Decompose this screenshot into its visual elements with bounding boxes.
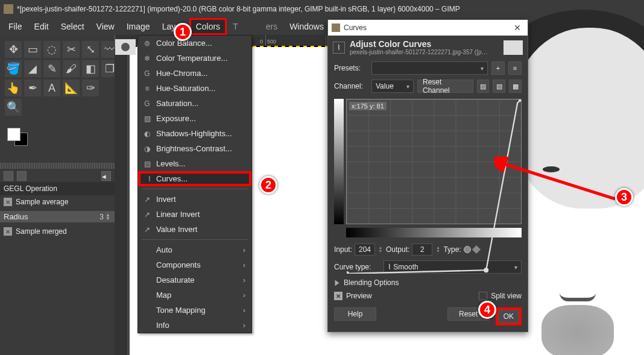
curves-graph-area: x:175 y: 81 <box>334 99 522 237</box>
toolbox-grid: ✥ ▭ ◌ ✂ ⤡ 〰 🪣 ◢ ✎ 🖌 ◧ ❐ 👆 ✒ A 📐 ✑ 🔍 <box>0 35 115 122</box>
preview-checkbox[interactable]: ✕ <box>334 292 343 300</box>
brightness-contrast-icon: ◑ <box>143 145 151 153</box>
help-button[interactable]: Help <box>334 307 376 321</box>
path-tool-icon[interactable]: ✒ <box>24 80 41 96</box>
gradient-tool-icon[interactable]: ◢ <box>24 60 41 77</box>
paintbrush-tool-icon[interactable]: 🖌 <box>63 60 80 77</box>
saturation-icon: G <box>143 99 151 108</box>
menu-colors[interactable]: Colors <box>189 18 227 35</box>
panel-menu-icon[interactable]: ◂ <box>101 171 111 181</box>
sample-merged-option[interactable]: ✕ Sample merged <box>0 225 115 238</box>
submenu-arrow-icon: › <box>243 260 245 269</box>
annotation-badge-1: 1 <box>174 23 192 41</box>
menu-tools-partial[interactable]: T <box>227 18 244 35</box>
menu-info[interactable]: Info› <box>138 318 251 333</box>
menu-shadows-highlights[interactable]: ◐Shadows-Highlights... <box>138 126 251 141</box>
crop-tool-icon[interactable]: ✂ <box>63 41 80 58</box>
spinner-arrows-icon[interactable]: ▲▼ <box>105 213 111 221</box>
hue-saturation-icon: ≡ <box>143 84 151 93</box>
move-tool-icon[interactable]: ✥ <box>5 41 22 58</box>
menu-desaturate[interactable]: Desaturate› <box>138 272 251 287</box>
preset-manage-icon[interactable]: ≡ <box>508 61 522 75</box>
menu-file[interactable]: File <box>2 18 28 35</box>
shadows-highlights-icon: ◐ <box>143 130 151 138</box>
curves-header-icon: ⌇ <box>333 42 345 54</box>
checkbox-x-icon: ✕ <box>4 198 12 206</box>
zoom-tool-icon[interactable]: 🔍 <box>5 99 22 116</box>
submenu-arrow-icon: › <box>243 291 245 300</box>
presets-combo[interactable]: ▾ <box>371 61 488 75</box>
radius-value: 3 <box>99 213 104 221</box>
hue-chroma-icon: G <box>143 69 151 78</box>
blending-options-row[interactable]: Blending Options <box>328 276 528 289</box>
menu-auto[interactable]: Auto› <box>138 242 251 257</box>
sample-average-option[interactable]: ✕ Sample average <box>0 195 115 209</box>
channel-combo[interactable]: Value▾ <box>371 80 414 93</box>
ok-button[interactable]: OK <box>498 310 519 323</box>
checkbox-x-icon: ✕ <box>4 227 12 236</box>
transform-tool-icon[interactable]: ⤡ <box>82 41 99 58</box>
dialog-title: Curves <box>344 24 511 32</box>
toolbox-panel: ✥ ▭ ◌ ✂ ⤡ 〰 🪣 ◢ ✎ 🖌 ◧ ❐ 👆 ✒ A 📐 ✑ 🔍 ◂ GE… <box>0 35 115 355</box>
preset-add-icon[interactable]: + <box>491 61 505 75</box>
submenu-arrow-icon: › <box>243 275 245 284</box>
expander-arrow-icon <box>335 280 339 286</box>
menu-edit[interactable]: Edit <box>28 18 55 35</box>
fg-bg-colors[interactable] <box>0 122 115 156</box>
menu-color-balance[interactable]: ⊚Color Balance... <box>138 36 251 51</box>
colors-dropdown: ⊚Color Balance... ❄Color Temperature... … <box>137 35 252 333</box>
preview-label: Preview <box>346 292 372 300</box>
menu-exposure[interactable]: ▧Exposure... <box>138 111 251 126</box>
menu-hue-chroma[interactable]: GHue-Chroma... <box>138 66 251 81</box>
tool-options-tab-icon[interactable] <box>4 171 13 181</box>
radius-label: Radius <box>4 212 28 221</box>
menu-image[interactable]: Image <box>121 18 156 35</box>
pencil-tool-icon[interactable]: ✎ <box>43 60 60 77</box>
menu-filters-partial[interactable]: ers <box>260 18 283 35</box>
svg-line-3 <box>500 163 615 199</box>
menu-brightness-contrast[interactable]: ◑Brightness-Contrast... <box>138 141 251 156</box>
menu-hue-saturation[interactable]: ≡Hue-Saturation... <box>138 81 251 96</box>
dialog-titlebar[interactable]: Curves ✕ <box>328 20 528 36</box>
levels-icon: ▤ <box>143 160 151 168</box>
color-temperature-icon: ❄ <box>143 54 151 63</box>
menu-color-temperature[interactable]: ❄Color Temperature... <box>138 51 251 66</box>
histogram-log-icon[interactable]: ▧ <box>493 80 505 93</box>
menu-tone-mapping[interactable]: Tone Mapping› <box>138 303 251 318</box>
text-tool-icon[interactable]: A <box>43 80 60 96</box>
menu-curves[interactable]: ⌇Curves... <box>138 171 251 186</box>
chevron-down-icon: ▾ <box>406 83 409 90</box>
measure-tool-icon[interactable]: 📐 <box>63 80 80 96</box>
menu-linear-invert[interactable]: ↗Linear Invert <box>138 207 251 222</box>
device-status-tab-icon[interactable] <box>17 171 27 181</box>
rect-select-tool-icon[interactable]: ▭ <box>24 41 41 58</box>
menu-view[interactable]: View <box>90 18 121 35</box>
free-select-tool-icon[interactable]: ◌ <box>43 41 60 58</box>
fg-color-swatch[interactable] <box>7 128 21 141</box>
blending-options-label: Blending Options <box>344 278 399 287</box>
radius-row[interactable]: Radius 3 ▲▼ <box>0 211 115 222</box>
eraser-tool-icon[interactable]: ◧ <box>82 60 99 77</box>
menu-invert[interactable]: ↗Invert <box>138 192 251 207</box>
channel-row: Channel: Value▾ Reset Channel ▨ ▧ ▩ <box>328 77 528 95</box>
histogram-linear-icon[interactable]: ▨ <box>477 80 490 93</box>
menu-select[interactable]: Select <box>55 18 90 35</box>
menu-map[interactable]: Map› <box>138 287 251 303</box>
preview-row: ✕ Preview Split view <box>328 289 528 303</box>
menu-value-invert[interactable]: ↗Value Invert <box>138 222 251 237</box>
menu-saturation[interactable]: GSaturation... <box>138 96 251 111</box>
color-picker-icon[interactable]: ✑ <box>82 80 99 96</box>
sample-average-label: Sample average <box>16 198 68 206</box>
split-view-checkbox[interactable] <box>479 292 487 300</box>
reset-channel-button[interactable]: Reset Channel <box>417 80 473 93</box>
bucket-fill-icon[interactable]: 🪣 <box>5 60 22 77</box>
menu-levels[interactable]: ▤Levels... <box>138 156 251 171</box>
dropdown-preview-thumb <box>115 39 136 55</box>
close-icon[interactable]: ✕ <box>511 21 524 34</box>
smudge-tool-icon[interactable]: 👆 <box>5 80 22 96</box>
histogram-perceptual-icon[interactable]: ▩ <box>509 80 522 93</box>
menu-components[interactable]: Components› <box>138 257 251 272</box>
menu-windows[interactable]: Windows <box>283 18 330 35</box>
menu-separator <box>142 189 248 189</box>
submenu-arrow-icon: › <box>243 321 245 330</box>
